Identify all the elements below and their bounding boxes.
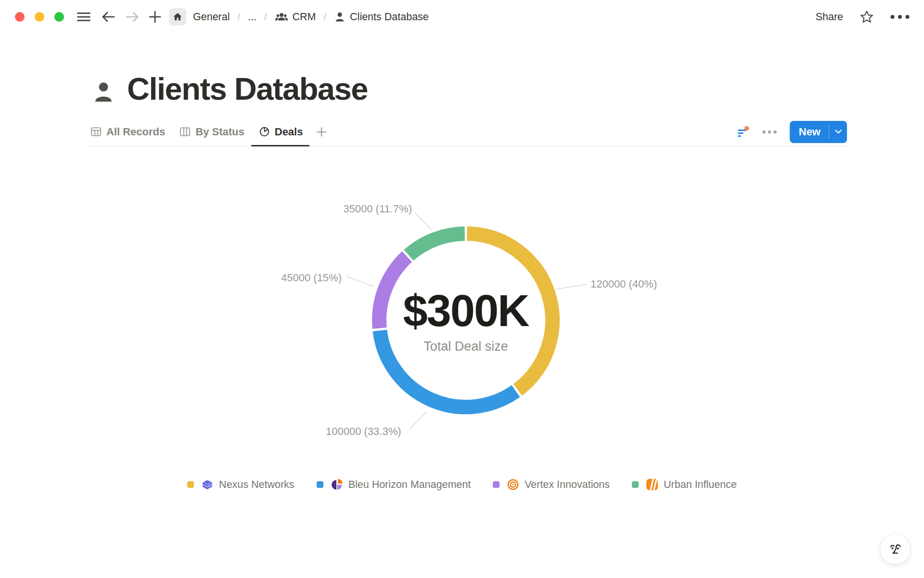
add-view-button[interactable]	[316, 118, 327, 146]
nexus-networks-logo-icon	[201, 478, 214, 491]
new-record-button[interactable]: New	[790, 121, 829, 143]
home-icon	[172, 12, 183, 22]
filter-lines-icon	[737, 126, 749, 138]
new-record-split-button: New	[790, 121, 847, 143]
minimize-window-button[interactable]	[35, 12, 44, 22]
breadcrumb: General / ... / CRM / Clients Database	[191, 11, 431, 23]
legend-swatch	[632, 481, 639, 488]
chevron-down-icon	[835, 130, 842, 134]
team-icon	[275, 11, 288, 23]
legend-item-nexus-networks[interactable]: Nexus Networks	[187, 478, 295, 491]
urban-influence-logo-icon	[646, 478, 658, 491]
chart-total-value: $300K	[370, 289, 562, 334]
forward-icon[interactable]	[126, 11, 139, 23]
breadcrumb-ellipsis[interactable]: ...	[246, 11, 258, 23]
person-icon	[92, 79, 115, 105]
more-options-icon[interactable]	[890, 14, 910, 19]
breadcrumb-crm[interactable]: CRM	[273, 11, 318, 23]
page-title: Clients Database	[127, 73, 368, 105]
view-tabs-bar: All Records By Status Deals New	[85, 118, 850, 146]
window-titlebar: General / ... / CRM / Clients Database S…	[0, 0, 924, 34]
legend-swatch	[493, 481, 500, 488]
slice-label-nexus-networks: 120000 (40%)	[590, 278, 657, 290]
legend-item-vertex-innovations[interactable]: Vertex Innovations	[493, 478, 610, 491]
slice-label-vertex-innovations: 45000 (15%)	[281, 272, 342, 284]
zoom-window-button[interactable]	[54, 12, 64, 22]
chart-total-subtitle: Total Deal size	[370, 339, 562, 354]
breadcrumb-separator: /	[232, 12, 246, 23]
table-icon	[90, 126, 102, 137]
legend-item-urban-influence[interactable]: Urban Influence	[632, 478, 737, 491]
slice-urban-influence[interactable]	[409, 234, 464, 255]
home-button[interactable]	[169, 8, 186, 26]
legend-swatch	[187, 481, 194, 488]
ai-face-icon	[886, 540, 904, 558]
pie-chart-icon	[259, 126, 270, 137]
person-icon	[334, 11, 346, 23]
tab-by-status[interactable]: By Status	[180, 118, 244, 146]
close-window-button[interactable]	[15, 12, 25, 22]
new-record-dropdown-button[interactable]	[829, 121, 847, 143]
slice-label-bleu-horizon-management: 100000 (33.3%)	[326, 425, 401, 438]
breadcrumb-separator: /	[318, 12, 333, 23]
breadcrumb-clients-database[interactable]: Clients Database	[332, 11, 431, 23]
traffic-lights	[15, 12, 64, 22]
share-button[interactable]: Share	[816, 11, 843, 23]
vertex-innovations-logo-icon	[507, 478, 519, 491]
tab-all-records[interactable]: All Records	[90, 118, 165, 146]
chart-legend: Nexus Networks Bleu Horizon Management V…	[0, 478, 924, 491]
board-icon	[180, 126, 191, 137]
back-icon[interactable]	[102, 11, 115, 23]
chart-center: $300K Total Deal size	[370, 289, 562, 354]
notion-ai-button[interactable]	[880, 534, 911, 565]
tab-deals[interactable]: Deals	[259, 118, 303, 146]
breadcrumb-general[interactable]: General	[191, 11, 232, 23]
page-header: Clients Database	[92, 73, 368, 105]
new-page-icon[interactable]	[149, 11, 161, 23]
slice-label-urban-influence: 35000 (11.7%)	[343, 203, 412, 215]
plus-icon	[316, 127, 327, 137]
favorite-star-icon[interactable]	[860, 10, 874, 24]
filter-sort-button[interactable]	[737, 126, 749, 138]
sidebar-menu-icon[interactable]	[77, 11, 91, 23]
view-options-icon[interactable]	[762, 130, 777, 134]
legend-item-bleu-horizon-management[interactable]: Bleu Horizon Management	[317, 478, 471, 491]
notification-dot	[744, 126, 749, 131]
bleu-horizon-logo-icon	[331, 478, 343, 491]
breadcrumb-separator: /	[258, 12, 273, 23]
legend-swatch	[317, 481, 323, 488]
